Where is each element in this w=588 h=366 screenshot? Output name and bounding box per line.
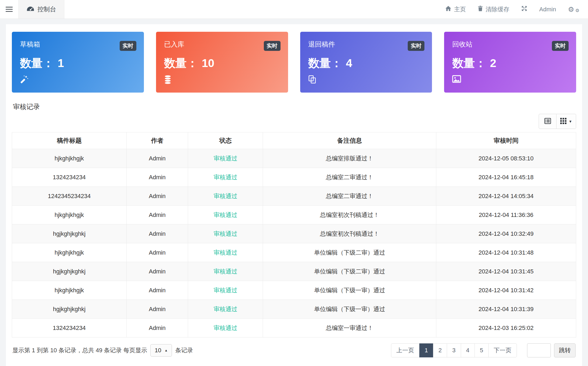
stat-card-3[interactable]: 退回稿件 实时 数量： 4 bbox=[300, 32, 432, 93]
prev-page-button[interactable]: 上一页 bbox=[391, 343, 420, 357]
table-row: 1242345234234Admin审核通过总编室二审通过！2024-12-04… bbox=[12, 187, 576, 206]
page-button-2[interactable]: 2 bbox=[433, 343, 447, 357]
card-count-label: 数量： bbox=[452, 56, 486, 71]
remark-cell: 总编室二审通过！ bbox=[263, 187, 436, 206]
card-count-label: 数量： bbox=[164, 56, 198, 71]
jump-button[interactable]: 跳转 bbox=[554, 343, 576, 357]
home-link[interactable]: 主页 bbox=[439, 0, 472, 19]
expand-icon bbox=[521, 5, 527, 13]
tab-dashboard[interactable]: 控制台 bbox=[18, 0, 64, 19]
audit-time-cell: 2024-12-03 16:25:02 bbox=[436, 319, 576, 337]
status-link[interactable]: 审核通过 bbox=[214, 325, 237, 331]
user-menu[interactable]: Admin bbox=[533, 0, 562, 19]
audit-time-cell: 2024-12-05 08:53:10 bbox=[436, 149, 576, 168]
section-title: 审核记录 bbox=[13, 102, 575, 111]
status-cell: 审核通过 bbox=[188, 243, 263, 262]
status-link[interactable]: 审核通过 bbox=[214, 306, 237, 312]
audit-time-cell: 2024-12-04 10:31:39 bbox=[436, 300, 576, 319]
audit-time-cell: 2024-12-04 10:31:45 bbox=[436, 262, 576, 281]
stat-card-4[interactable]: 回收站 实时 数量： 2 bbox=[444, 32, 576, 93]
author-cell: Admin bbox=[126, 206, 188, 224]
card-count-value: 4 bbox=[346, 57, 352, 70]
author-cell: Admin bbox=[126, 168, 188, 187]
table-row: hgjkghjkghkjAdmin审核通过单位编辑（下级一审）通过2024-12… bbox=[12, 300, 576, 319]
cogs-icon: ⚙ bbox=[568, 6, 574, 13]
magic-wand-icon bbox=[20, 75, 136, 84]
audit-time-cell: 2024-12-04 10:31:42 bbox=[436, 281, 576, 300]
grid-view-button[interactable]: ▼ bbox=[556, 114, 576, 129]
page-button-1[interactable]: 1 bbox=[419, 343, 433, 357]
caret-down-icon: ▼ bbox=[569, 119, 572, 124]
hamburger-icon bbox=[6, 7, 13, 8]
author-cell: Admin bbox=[126, 224, 188, 243]
remark-cell: 单位编辑（下级二审）通过 bbox=[263, 262, 436, 281]
table-row: hjkghjkhgjkAdmin审核通过单位编辑（下级二审）通过2024-12-… bbox=[12, 243, 576, 262]
column-header: 审核时间 bbox=[436, 132, 576, 149]
caret-up-icon: ▲ bbox=[164, 349, 168, 352]
manuscript-title-cell: hgjkghjkghkj bbox=[12, 224, 127, 243]
status-link[interactable]: 审核通过 bbox=[214, 174, 237, 181]
home-icon bbox=[445, 6, 451, 13]
realtime-badge: 实时 bbox=[408, 41, 424, 51]
card-title: 回收站 bbox=[452, 40, 568, 49]
tab-dashboard-label: 控制台 bbox=[37, 5, 56, 13]
card-count-value: 2 bbox=[490, 57, 496, 70]
table-toolbar: ▼ bbox=[12, 114, 576, 129]
column-header: 状态 bbox=[188, 132, 263, 149]
status-link[interactable]: 审核通过 bbox=[214, 155, 237, 162]
table-row: hgjkghjkghkjAdmin审核通过总编室初次刊稿通过！2024-12-0… bbox=[12, 224, 576, 243]
status-link[interactable]: 审核通过 bbox=[214, 230, 237, 237]
page-button-4[interactable]: 4 bbox=[461, 343, 475, 357]
manuscript-title-cell: hjkghjkhgjk bbox=[12, 281, 127, 300]
audit-time-cell: 2024-12-04 14:05:34 bbox=[436, 187, 576, 206]
clear-cache-button[interactable]: 清除缓存 bbox=[472, 0, 515, 19]
status-link[interactable]: 审核通过 bbox=[214, 249, 237, 256]
sidebar-toggle-button[interactable] bbox=[0, 0, 18, 19]
user-menu-label: Admin bbox=[539, 6, 556, 13]
remark-cell: 总编室初次刊稿通过！ bbox=[263, 206, 436, 224]
table-row: hjkghjkhgjkAdmin审核通过总编室初次刊稿通过！2024-12-04… bbox=[12, 206, 576, 224]
manuscript-title-cell: hgjkghjkghkj bbox=[12, 300, 127, 319]
status-cell: 审核通过 bbox=[188, 187, 263, 206]
settings-button[interactable]: ⚙⚙ bbox=[562, 0, 585, 19]
manuscript-title-cell: hjkghjkhgjk bbox=[12, 149, 127, 168]
audit-time-cell: 2024-12-04 10:32:49 bbox=[436, 224, 576, 243]
copy-icon bbox=[308, 75, 424, 84]
status-cell: 审核通过 bbox=[188, 224, 263, 243]
page-button-3[interactable]: 3 bbox=[447, 343, 461, 357]
list-alt-icon bbox=[544, 118, 551, 125]
grid-icon bbox=[560, 118, 566, 125]
jump-page-input[interactable] bbox=[527, 343, 551, 357]
remark-cell: 总编室一审通过！ bbox=[263, 319, 436, 337]
card-title: 草稿箱 bbox=[20, 40, 136, 49]
audit-time-cell: 2024-12-04 10:31:48 bbox=[436, 243, 576, 262]
remark-cell: 单位编辑（下级二审）通过 bbox=[263, 243, 436, 262]
page-button-5[interactable]: 5 bbox=[475, 343, 489, 357]
records-summary: 显示第 1 到第 10 条记录，总共 49 条记录 每页显示 10 ▲ 条记录 bbox=[12, 344, 193, 357]
detail-view-button[interactable] bbox=[539, 114, 556, 129]
table-row: 1324234234Admin审核通过总编室一审通过！2024-12-03 16… bbox=[12, 319, 576, 337]
manuscript-title-cell: 1242345234234 bbox=[12, 187, 127, 206]
status-link[interactable]: 审核通过 bbox=[214, 212, 237, 218]
top-navbar: 控制台 主页 清除缓存 Admin bbox=[0, 0, 588, 19]
author-cell: Admin bbox=[126, 149, 188, 168]
realtime-badge: 实时 bbox=[264, 41, 281, 51]
page-size-dropdown[interactable]: 10 ▲ bbox=[150, 344, 172, 357]
audit-time-cell: 2024-12-04 11:36:36 bbox=[436, 206, 576, 224]
status-link[interactable]: 审核通过 bbox=[214, 193, 237, 199]
fullscreen-button[interactable] bbox=[515, 0, 533, 19]
pagination: 上一页12345下一页 bbox=[391, 343, 517, 357]
author-cell: Admin bbox=[126, 187, 188, 206]
status-link[interactable]: 审核通过 bbox=[214, 287, 237, 294]
next-page-button[interactable]: 下一页 bbox=[488, 343, 517, 357]
status-link[interactable]: 审核通过 bbox=[214, 268, 237, 275]
author-cell: Admin bbox=[126, 300, 188, 319]
stat-cards: 草稿箱 实时 数量： 1 已入库 实时 数量： 10 退回稿件 实时 数量： 4 bbox=[12, 32, 576, 93]
status-cell: 审核通过 bbox=[188, 281, 263, 300]
stat-card-2[interactable]: 已入库 实时 数量： 10 bbox=[156, 32, 288, 93]
remark-cell: 单位编辑（下级一审）通过 bbox=[263, 300, 436, 319]
status-cell: 审核通过 bbox=[188, 149, 263, 168]
stat-card-1[interactable]: 草稿箱 实时 数量： 1 bbox=[12, 32, 144, 93]
manuscript-title-cell: 1324234234 bbox=[12, 319, 127, 337]
author-cell: Admin bbox=[126, 319, 188, 337]
